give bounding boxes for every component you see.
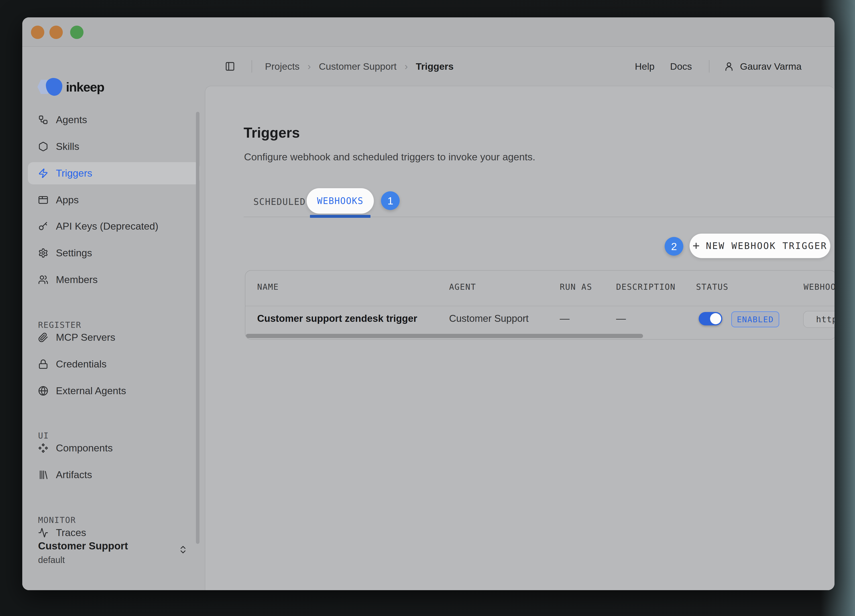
row-run-as: —: [560, 313, 570, 324]
breadcrumb-customer-support[interactable]: Customer Support: [319, 61, 397, 72]
chevrons-up-down-icon: [178, 542, 188, 557]
webhook-url-value[interactable]: https://: [803, 311, 835, 328]
sidebar-item-label: Traces: [56, 527, 86, 538]
sidebar-item-agents[interactable]: Agents: [28, 109, 200, 131]
hexagon-icon: [38, 141, 48, 152]
content-panel: Triggers Configure webhook and scheduled…: [205, 86, 835, 590]
users-icon: [38, 274, 48, 285]
sidebar-item-mcp-servers[interactable]: MCP Servers: [28, 326, 200, 349]
sidebar-item-apps[interactable]: Apps: [28, 189, 200, 211]
sidebar-scrollbar[interactable]: [196, 112, 199, 544]
tab-webhooks-label: WEBHOOKS: [317, 196, 363, 206]
row-description: —: [616, 313, 626, 324]
toggle-knob: [710, 313, 721, 324]
workflow-icon: [38, 115, 48, 125]
column-header-run-as: RUN AS: [560, 282, 592, 292]
top-header: Projects › Customer Support › Triggers H…: [205, 47, 835, 86]
sidebar-item-label: Artifacts: [56, 469, 92, 481]
chevron-right-icon: ›: [405, 61, 408, 72]
breadcrumb-projects[interactable]: Projects: [265, 61, 299, 72]
column-header-webhook-url: WEBHOOK URL: [804, 282, 835, 292]
breadcrumb-triggers: Triggers: [416, 61, 454, 72]
row-name[interactable]: Customer support zendesk trigger: [257, 313, 417, 324]
webhook-triggers-table: NAME AGENT RUN AS DESCRIPTION STATUS WEB…: [245, 270, 835, 340]
screen: inkeep Agents Skills Triggers Apps AP: [0, 0, 855, 616]
app-window: inkeep Agents Skills Triggers Apps AP: [22, 17, 835, 590]
sidebar-item-label: MCP Servers: [56, 332, 115, 343]
breadcrumb: Projects › Customer Support › Triggers: [265, 61, 454, 72]
gear-icon: [38, 248, 48, 258]
panel-left-toggle-icon[interactable]: [225, 61, 235, 72]
annotation-badge-1: 1: [381, 191, 400, 210]
annotation-badge-2: 2: [665, 237, 683, 256]
globe-icon: [38, 386, 48, 396]
user-name: Gaurav Varma: [740, 61, 801, 72]
tab-scheduled[interactable]: SCHEDULED: [253, 197, 306, 207]
sidebar-item-members[interactable]: Members: [28, 268, 200, 291]
active-tab-underline: [310, 215, 371, 218]
inkeep-logo-text: inkeep: [66, 80, 104, 94]
status-toggle[interactable]: [699, 312, 722, 325]
new-webhook-trigger-button[interactable]: + NEW WEBHOOK TRIGGER: [690, 234, 830, 258]
sidebar-item-label: Credentials: [56, 359, 107, 370]
column-header-status: STATUS: [696, 282, 729, 292]
library-icon: [38, 470, 48, 480]
chevron-right-icon: ›: [308, 61, 311, 72]
table-header-rule: [245, 306, 835, 306]
sidebar-item-label: API Keys (Deprecated): [56, 221, 158, 232]
inkeep-logo[interactable]: inkeep: [37, 78, 104, 96]
zoom-window-button[interactable]: [70, 26, 83, 39]
paperclip-icon: [38, 332, 48, 343]
sidebar-item-label: Apps: [56, 194, 79, 206]
minimize-window-button[interactable]: [49, 26, 63, 39]
key-icon: [38, 221, 48, 231]
titlebar: [22, 17, 835, 47]
user-menu[interactable]: Gaurav Varma: [724, 61, 801, 72]
zap-icon: [38, 168, 48, 178]
app-window-icon: [38, 195, 48, 205]
header-divider: [251, 60, 252, 73]
activity-icon: [38, 527, 48, 538]
column-header-name: NAME: [257, 282, 279, 292]
user-icon: [724, 61, 734, 72]
table-horizontal-scrollbar[interactable]: [246, 334, 643, 338]
sidebar-item-api-keys[interactable]: API Keys (Deprecated): [28, 215, 200, 238]
project-switcher[interactable]: Customer Support default: [22, 540, 205, 575]
sidebar-item-external-agents[interactable]: External Agents: [28, 380, 200, 402]
header-divider: [709, 60, 709, 73]
page-description: Configure webhook and scheduled triggers…: [244, 151, 535, 163]
sidebar-item-label: Settings: [56, 247, 92, 259]
page-title: Triggers: [244, 124, 300, 141]
sidebar: inkeep Agents Skills Triggers Apps AP: [22, 47, 205, 590]
sidebar-item-triggers[interactable]: Triggers: [28, 162, 200, 184]
sidebar-item-label: Triggers: [56, 167, 92, 179]
sidebar-item-label: External Agents: [56, 385, 126, 397]
sidebar-item-credentials[interactable]: Credentials: [28, 353, 200, 375]
sidebar-item-label: Agents: [56, 114, 87, 126]
project-switcher-name: Customer Support: [38, 540, 128, 552]
project-switcher-environment: default: [38, 555, 65, 565]
help-link[interactable]: Help: [635, 61, 654, 72]
tab-webhooks[interactable]: WEBHOOKS: [306, 188, 374, 214]
column-header-description: DESCRIPTION: [616, 282, 676, 292]
sidebar-item-artifacts[interactable]: Artifacts: [28, 464, 200, 486]
docs-link[interactable]: Docs: [670, 61, 692, 72]
lock-icon: [38, 359, 48, 369]
header-actions: Help Docs Gaurav Varma: [635, 60, 801, 73]
sidebar-item-label: Members: [56, 274, 98, 285]
sidebar-item-components[interactable]: Components: [28, 437, 200, 459]
plus-icon: +: [693, 239, 700, 252]
column-header-agent: AGENT: [449, 282, 476, 292]
row-agent: Customer Support: [449, 313, 529, 324]
sidebar-item-label: Skills: [56, 141, 79, 152]
new-webhook-trigger-label: NEW WEBHOOK TRIGGER: [706, 241, 827, 251]
inkeep-logo-icon: [37, 78, 62, 96]
sidebar-item-skills[interactable]: Skills: [28, 135, 200, 158]
sidebar-item-label: Components: [56, 442, 113, 454]
sidebar-item-settings[interactable]: Settings: [28, 242, 200, 264]
component-icon: [38, 443, 48, 453]
close-window-button[interactable]: [31, 26, 44, 39]
status-badge: ENABLED: [731, 311, 779, 327]
